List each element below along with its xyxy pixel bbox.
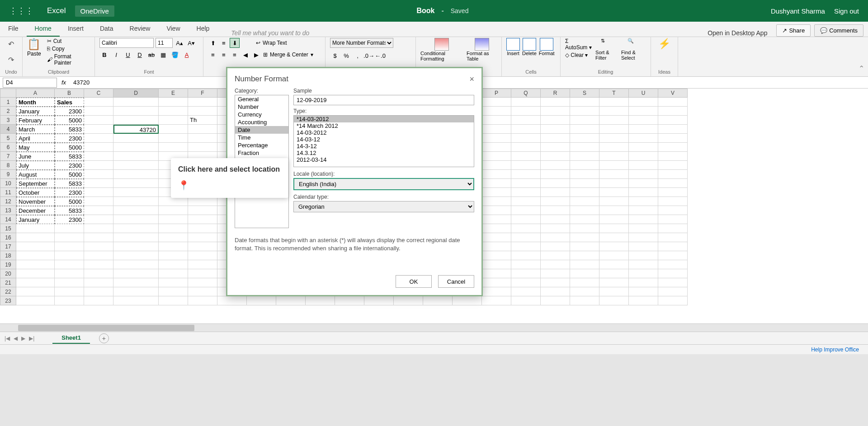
cell-P23[interactable] [482,296,511,305]
cell-T13[interactable] [599,206,629,215]
cell-R1[interactable] [541,98,570,107]
cell-P17[interactable] [482,242,511,251]
percent-button[interactable]: % [341,51,351,61]
cell-E12[interactable] [159,197,188,206]
cell-R13[interactable] [541,206,570,215]
cell-T10[interactable] [599,179,629,188]
type-item[interactable]: 14-03-2012 [294,129,474,136]
cell-P8[interactable] [482,161,511,170]
cell-Q14[interactable] [511,215,541,224]
cell-Q6[interactable] [511,143,541,152]
cell-R17[interactable] [541,242,570,251]
sheet-nav-next-icon[interactable]: ▶ [21,335,25,342]
decrease-indent-button[interactable]: ◀ [241,50,250,60]
cell-F22[interactable] [188,287,217,296]
cell-P5[interactable] [482,134,511,143]
row-header-23[interactable]: 23 [0,296,16,305]
cell-D22[interactable] [113,287,159,296]
cell-T17[interactable] [599,242,629,251]
cell-R2[interactable] [541,107,570,116]
cell-E16[interactable] [159,233,188,242]
comma-button[interactable]: , [353,51,363,61]
shrink-font-button[interactable]: A▾ [186,38,196,48]
cell-T8[interactable] [599,161,629,170]
cell-C23[interactable] [84,296,113,305]
cell-D10[interactable] [113,179,159,188]
cell-R12[interactable] [541,197,570,206]
cell-A20[interactable] [16,269,55,278]
calendar-type-select[interactable]: Gregorian [293,201,474,212]
cell-C18[interactable] [84,251,113,260]
cell-V8[interactable] [658,161,688,170]
cell-A16[interactable] [16,233,55,242]
col-header-P[interactable]: P [482,89,511,98]
cell-C11[interactable] [84,188,113,197]
cell-R11[interactable] [541,188,570,197]
cell-D23[interactable] [113,296,159,305]
cell-V7[interactable] [658,152,688,161]
cell-E5[interactable] [159,134,188,143]
category-item-number[interactable]: Number [235,103,288,111]
cell-C19[interactable] [84,260,113,269]
cell-R15[interactable] [541,224,570,233]
cell-F17[interactable] [188,242,217,251]
cell-F15[interactable] [188,224,217,233]
cell-V12[interactable] [658,197,688,206]
cell-E18[interactable] [159,251,188,260]
cell-V4[interactable] [658,125,688,134]
tab-file[interactable]: File [0,21,27,37]
cell-R21[interactable] [541,278,570,287]
cell-T11[interactable] [599,188,629,197]
cell-E3[interactable] [159,116,188,125]
type-item[interactable]: 2012-03-14 [294,156,474,163]
cell-A6[interactable]: May [16,143,55,152]
find-select-button[interactable]: 🔍Find & Select [621,38,646,61]
cell-P18[interactable] [482,251,511,260]
cell-E20[interactable] [159,269,188,278]
cell-P14[interactable] [482,215,511,224]
cell-B7[interactable]: 5833 [55,152,84,161]
row-header-20[interactable]: 20 [0,269,16,278]
cell-F18[interactable] [188,251,217,260]
cell-E21[interactable] [159,278,188,287]
cell-Q19[interactable] [511,260,541,269]
col-header-B[interactable]: B [55,89,84,98]
align-bottom-button[interactable]: ⬇ [230,38,240,48]
cell-E19[interactable] [159,260,188,269]
cell-F21[interactable] [188,278,217,287]
cell-B18[interactable] [55,251,84,260]
cell-R23[interactable] [541,296,570,305]
cell-B2[interactable]: 2300 [55,107,84,116]
cell-V21[interactable] [658,278,688,287]
cell-A12[interactable]: November [16,197,55,206]
cell-C5[interactable] [84,134,113,143]
cell-U2[interactable] [629,107,658,116]
align-top-button[interactable]: ⬆ [208,38,218,48]
col-header-V[interactable]: V [658,89,688,98]
sort-filter-button[interactable]: ⇅Sort & Filter [595,38,618,61]
align-right-button[interactable]: ≡ [230,50,240,60]
cell-B5[interactable]: 2300 [55,134,84,143]
cell-T1[interactable] [599,98,629,107]
col-header-T[interactable]: T [599,89,629,98]
app-launcher-icon[interactable]: ⋮⋮⋮ [9,6,33,16]
cell-R4[interactable] [541,125,570,134]
onedrive-badge[interactable]: OneDrive [75,5,114,17]
type-item[interactable]: 14.3.12 [294,150,474,156]
cell-P21[interactable] [482,278,511,287]
cell-Q21[interactable] [511,278,541,287]
cell-B15[interactable] [55,224,84,233]
cell-U19[interactable] [629,260,658,269]
cell-S5[interactable] [570,134,599,143]
cell-H23[interactable] [247,296,276,305]
cell-S9[interactable] [570,170,599,179]
cell-U1[interactable] [629,98,658,107]
cell-S8[interactable] [570,161,599,170]
delete-cell-button[interactable]: Delete [522,38,537,56]
cell-R18[interactable] [541,251,570,260]
cell-R3[interactable] [541,116,570,125]
cell-F14[interactable] [188,215,217,224]
scrollbar-thumb[interactable] [18,325,194,331]
cell-B8[interactable]: 2300 [55,161,84,170]
cell-A3[interactable]: February [16,116,55,125]
